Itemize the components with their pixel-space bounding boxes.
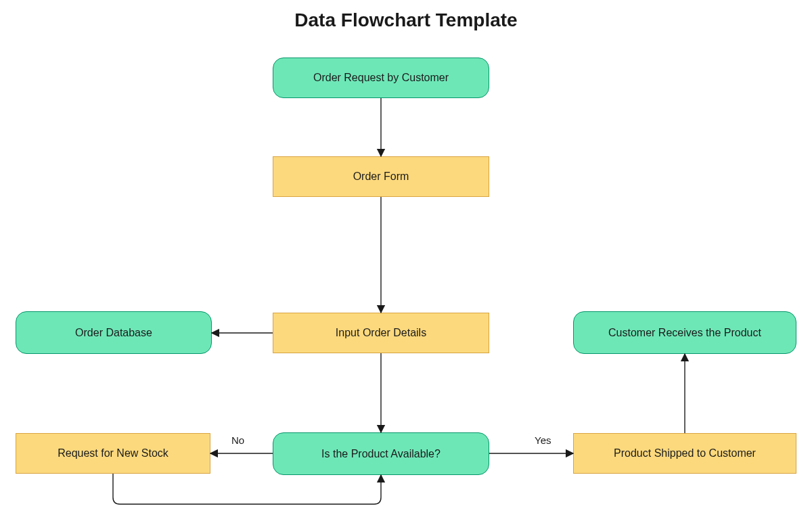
node-order-form: Order Form [273, 156, 489, 197]
node-is-product-available: Is the Product Available? [273, 432, 489, 475]
node-customer-receives: Customer Receives the Product [573, 311, 796, 354]
node-order-database: Order Database [16, 311, 212, 354]
edge-label-no: No [231, 434, 244, 446]
diagram-title: Data Flowchart Template [0, 9, 812, 31]
edge-label-yes: Yes [535, 434, 551, 446]
node-order-request: Order Request by Customer [273, 58, 489, 98]
node-product-shipped: Product Shipped to Customer [573, 433, 796, 474]
node-request-new-stock: Request for New Stock [16, 433, 210, 474]
flowchart-canvas: { "title": "Data Flowchart Template", "n… [0, 0, 812, 517]
node-input-order-details: Input Order Details [273, 313, 489, 353]
